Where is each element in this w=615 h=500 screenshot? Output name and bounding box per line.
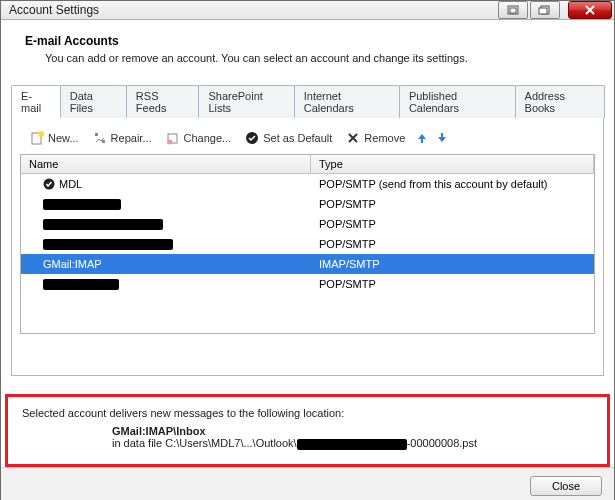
restore2-button[interactable] [530, 1, 560, 19]
account-type: POP/SMTP [311, 278, 594, 290]
header: E-mail Accounts You can add or remove an… [1, 20, 614, 76]
account-type: POP/SMTP [311, 218, 594, 230]
account-type: POP/SMTP [311, 198, 594, 210]
move-down-button[interactable] [435, 131, 449, 145]
svg-rect-9 [95, 133, 98, 136]
delivery-location-name: GMail:IMAP\Inbox [112, 425, 206, 437]
column-name[interactable]: Name [21, 155, 311, 173]
restore1-button[interactable] [498, 1, 528, 19]
list-header: Name Type [21, 155, 594, 174]
account-name: GMail:IMAP [43, 258, 102, 270]
new-icon [30, 131, 44, 145]
redacted-path [297, 439, 407, 450]
account-row[interactable]: MDLPOP/SMTP (send from this account by d… [21, 174, 594, 194]
set-default-button[interactable]: Set as Default [241, 129, 336, 147]
svg-point-8 [38, 131, 44, 137]
account-settings-window: Account Settings E-mail Accounts You can… [0, 0, 615, 500]
tab-strip: E-mailData FilesRSS FeedsSharePoint List… [11, 84, 604, 118]
repair-icon [93, 131, 107, 145]
account-row[interactable]: GMail:IMAPIMAP/SMTP [21, 254, 594, 274]
title-bar: Account Settings [1, 1, 614, 20]
header-subtitle: You can add or remove an account. You ca… [45, 52, 594, 64]
delivery-info-frame: Selected account delivers new messages t… [5, 394, 610, 467]
delivery-info-body: GMail:IMAP\Inbox in data file C:\Users\M… [22, 419, 593, 450]
header-title: E-mail Accounts [25, 34, 594, 48]
tab-e-mail[interactable]: E-mail [11, 85, 61, 118]
svg-point-12 [167, 140, 172, 145]
remove-icon [346, 131, 360, 145]
default-check-icon [43, 178, 55, 190]
dialog-button-bar: Close [1, 467, 614, 500]
tab-rss-feeds[interactable]: RSS Feeds [126, 85, 200, 118]
account-list: Name Type MDLPOP/SMTP (send from this ac… [20, 154, 595, 334]
tab-published-calendars[interactable]: Published Calendars [399, 85, 516, 118]
account-row[interactable]: POP/SMTP [21, 234, 594, 254]
redacted-name [43, 239, 173, 250]
svg-rect-10 [102, 140, 105, 143]
change-button[interactable]: Change... [162, 129, 236, 147]
account-type: POP/SMTP (send from this account by defa… [311, 178, 594, 190]
move-up-button[interactable] [415, 131, 429, 145]
svg-rect-1 [510, 8, 516, 13]
delivery-location-path: in data file C:\Users\MDL7\...\Outlook\-… [112, 437, 593, 450]
window-title: Account Settings [9, 3, 496, 17]
redacted-name [43, 199, 121, 210]
account-type: IMAP/SMTP [311, 258, 594, 270]
close-window-button[interactable] [568, 1, 612, 19]
tab-address-books[interactable]: Address Books [515, 85, 605, 118]
toolbar: New... Repair... Change... Set as Defaul… [20, 126, 595, 154]
column-type[interactable]: Type [311, 155, 594, 173]
svg-rect-3 [539, 8, 547, 14]
tab-data-files[interactable]: Data Files [60, 85, 127, 118]
repair-button[interactable]: Repair... [89, 129, 156, 147]
tab-container: E-mailData FilesRSS FeedsSharePoint List… [1, 76, 614, 376]
redacted-name [43, 279, 119, 290]
remove-button[interactable]: Remove [342, 129, 409, 147]
tab-internet-calendars[interactable]: Internet Calendars [294, 85, 400, 118]
default-icon [245, 131, 259, 145]
account-row[interactable]: POP/SMTP [21, 274, 594, 294]
delivery-info-lead: Selected account delivers new messages t… [22, 407, 593, 419]
close-button[interactable]: Close [530, 476, 602, 496]
account-row[interactable]: POP/SMTP [21, 194, 594, 214]
new-button[interactable]: New... [26, 129, 83, 147]
account-row[interactable]: POP/SMTP [21, 214, 594, 234]
tab-sharepoint-lists[interactable]: SharePoint Lists [198, 85, 294, 118]
account-type: POP/SMTP [311, 238, 594, 250]
account-name: MDL [59, 178, 82, 190]
email-tab-body: New... Repair... Change... Set as Defaul… [11, 118, 604, 376]
redacted-name [43, 219, 163, 230]
change-icon [166, 131, 180, 145]
